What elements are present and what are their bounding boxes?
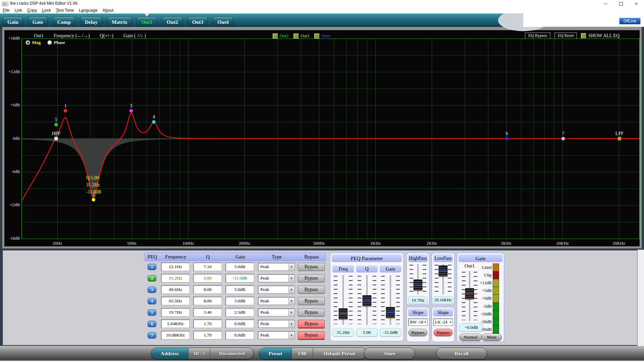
band-number-pill[interactable]: 2 bbox=[148, 275, 156, 282]
band-6-q-field[interactable]: 1.70 bbox=[193, 319, 222, 328]
menu-item-link[interactable]: Link bbox=[14, 8, 22, 13]
tab-matrix[interactable]: Matrix bbox=[107, 16, 132, 27]
menu-item-file[interactable]: File bbox=[3, 8, 9, 13]
band-4-bypass-button[interactable]: Bypass bbox=[298, 297, 325, 305]
slider-handle[interactable] bbox=[439, 265, 447, 276]
menu-item-copy[interactable]: Copy bbox=[27, 8, 37, 13]
band-number-pill[interactable]: 5 bbox=[148, 309, 156, 316]
band-number-pill[interactable]: 7 bbox=[148, 332, 156, 339]
offline-status-badge[interactable]: OffLine bbox=[619, 18, 641, 24]
band-5-handle[interactable] bbox=[54, 123, 58, 127]
preset-button[interactable]: Preset bbox=[259, 348, 292, 359]
band-5-q-field[interactable]: 3.40 bbox=[193, 308, 222, 317]
menu-item-test-tone[interactable]: Test Tone bbox=[56, 8, 74, 13]
band-3-gain-field[interactable]: 5.0dB bbox=[225, 285, 254, 294]
highpass-slope-dropdown[interactable]: BW -18▼ bbox=[408, 318, 428, 326]
slider-handle[interactable] bbox=[363, 295, 371, 306]
tab-gain[interactable]: Gain bbox=[3, 16, 23, 27]
address-button[interactable]: Address bbox=[151, 348, 189, 359]
band-2-type-dropdown[interactable]: Peak▼ bbox=[258, 274, 295, 282]
band-4-gain-field[interactable]: 3.0dB bbox=[225, 297, 254, 305]
band-number-pill[interactable]: 6 bbox=[148, 321, 156, 327]
band-2-q-field[interactable]: 5.00 bbox=[193, 274, 222, 283]
minimize-icon[interactable] bbox=[598, 0, 613, 7]
recall-button[interactable]: Recall bbox=[436, 348, 487, 359]
eq-reset-button[interactable]: EQ Reset bbox=[554, 33, 577, 39]
maximize-icon[interactable] bbox=[613, 0, 629, 7]
band-number-pill[interactable]: 3 bbox=[148, 287, 156, 293]
band-4-handle[interactable] bbox=[152, 120, 156, 124]
band-7-handle[interactable] bbox=[561, 137, 565, 140]
band-5-bypass-button[interactable]: Bypass bbox=[298, 308, 325, 316]
band-5-type-dropdown[interactable]: Peak▼ bbox=[258, 308, 295, 316]
store-button[interactable]: Store bbox=[364, 348, 415, 359]
band-7-q-field[interactable]: 1.70 bbox=[193, 331, 222, 340]
overlay-checkbox-out3[interactable] bbox=[293, 34, 299, 39]
tab-delay[interactable]: Delay bbox=[80, 16, 102, 27]
tab-out1[interactable]: Out1 bbox=[137, 16, 157, 27]
band-6-handle[interactable] bbox=[505, 137, 508, 140]
slider-handle[interactable] bbox=[386, 307, 395, 318]
band-5-freq-field[interactable]: 19.7Hz bbox=[161, 308, 190, 317]
tab-comp[interactable]: Comp bbox=[53, 16, 75, 27]
band-1-freq-field[interactable]: 22.1Hz bbox=[161, 262, 190, 271]
lowpass-freq-slider[interactable] bbox=[434, 263, 452, 295]
tab-out3[interactable]: Out3 bbox=[187, 16, 208, 27]
band-3-freq-field[interactable]: 49.6Hz bbox=[161, 285, 190, 294]
lpf-handle[interactable] bbox=[618, 137, 621, 140]
slider-handle[interactable] bbox=[339, 308, 347, 319]
tab-out4[interactable]: Out4 bbox=[213, 16, 233, 27]
eq-response-chart[interactable]: 20Hz50Hz100Hz200Hz500Hz1KHz2KHz5KHz10KHz… bbox=[21, 39, 640, 248]
band-4-q-field[interactable]: 8.00 bbox=[193, 297, 222, 305]
mute-button[interactable]: Mute bbox=[482, 334, 502, 341]
mag-radio-icon[interactable] bbox=[25, 40, 30, 45]
band-1-q-field[interactable]: 7.10 bbox=[193, 262, 222, 271]
band-number-pill[interactable]: 4 bbox=[148, 298, 156, 304]
eq-plot[interactable]: 20Hz50Hz100Hz200Hz500Hz1KHz2KHz5KHz10KHz… bbox=[21, 39, 640, 248]
menu-item-about[interactable]: About bbox=[103, 8, 114, 13]
band-7-bypass-button[interactable]: Bypass bbox=[298, 331, 325, 339]
overlay-toggle-out3[interactable]: Out3 bbox=[293, 33, 309, 39]
band-3-handle[interactable] bbox=[129, 109, 133, 113]
band-2-gain-field[interactable]: -11.0dB bbox=[225, 274, 254, 283]
menu-item-language[interactable]: Language bbox=[79, 8, 98, 13]
eq-bypass-button[interactable]: EQ Bypass bbox=[525, 33, 550, 39]
phase-radio-icon[interactable] bbox=[47, 40, 52, 45]
band-1-handle[interactable] bbox=[64, 109, 67, 113]
band-3-bypass-button[interactable]: Bypass bbox=[298, 286, 325, 294]
band-7-gain-field[interactable]: 0.0dB bbox=[225, 331, 254, 340]
band-7-freq-field[interactable]: 10.08KHz bbox=[161, 331, 190, 340]
tab-out2[interactable]: Out2 bbox=[162, 16, 183, 27]
hpf-handle[interactable] bbox=[54, 137, 58, 140]
highpass-bypass-button[interactable]: Bypass bbox=[409, 329, 427, 336]
band-6-type-dropdown[interactable]: Peak▼ bbox=[258, 320, 295, 328]
peq-param-q-slider[interactable] bbox=[357, 275, 377, 325]
overlay-checkbox-out2[interactable] bbox=[273, 34, 278, 39]
band-1-bypass-button[interactable]: Bypass bbox=[298, 263, 325, 271]
band-6-freq-field[interactable]: 5.04KHz bbox=[161, 319, 190, 328]
lowpass-bypass-button[interactable]: Bypass bbox=[434, 329, 452, 336]
close-icon[interactable]: × bbox=[629, 0, 644, 7]
phase-mode-option[interactable]: Phase bbox=[47, 40, 65, 45]
lowpass-slope-dropdown[interactable]: LK -24▼ bbox=[433, 318, 453, 326]
band-6-gain-field[interactable]: 0.0dB bbox=[225, 319, 254, 328]
mag-mode-option[interactable]: Mag bbox=[25, 40, 41, 45]
band-number-pill[interactable]: 1 bbox=[148, 264, 156, 270]
band-7-type-dropdown[interactable]: Peak▼ bbox=[258, 331, 295, 339]
peq-param-gain-slider[interactable] bbox=[380, 275, 400, 325]
band-1-type-dropdown[interactable]: Peak▼ bbox=[258, 263, 295, 271]
band-5-gain-field[interactable]: 2.5dB bbox=[225, 308, 254, 317]
band-1-gain-field[interactable]: 5.0dB bbox=[225, 262, 254, 271]
peq-param-freq-slider[interactable] bbox=[333, 275, 353, 325]
highpass-freq-slider[interactable] bbox=[409, 263, 427, 295]
slider-handle[interactable] bbox=[414, 280, 422, 290]
overlay-toggle-out4[interactable]: Out4 bbox=[314, 33, 330, 39]
normal-button[interactable]: Normal bbox=[459, 334, 482, 341]
band-4-type-dropdown[interactable]: Peak▼ bbox=[258, 297, 295, 305]
band-4-freq-field[interactable]: 65.5Hz bbox=[161, 297, 190, 305]
show-all-eq-toggle[interactable]: SHOW ALL EQ bbox=[581, 33, 620, 39]
band-3-q-field[interactable]: 8.00 bbox=[193, 285, 222, 294]
band-6-bypass-button[interactable]: Bypass bbox=[298, 320, 325, 328]
band-2-bypass-button[interactable]: Bypass bbox=[298, 274, 325, 282]
band-3-type-dropdown[interactable]: Peak▼ bbox=[258, 286, 295, 294]
